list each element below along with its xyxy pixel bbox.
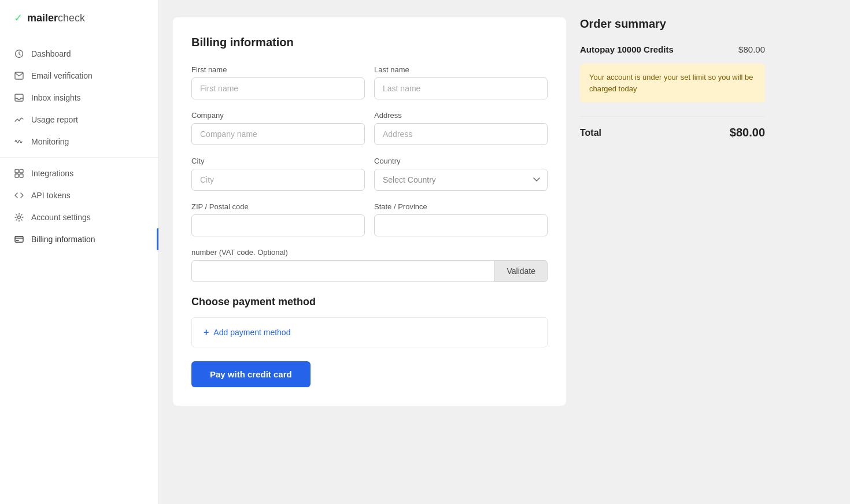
sidebar-item-usage-report-label: Usage report [31, 115, 78, 124]
add-payment-box[interactable]: + Add payment method [191, 317, 548, 347]
sidebar-item-account-settings[interactable]: Account settings [0, 206, 158, 228]
country-select[interactable]: Select Country United States United King… [374, 169, 548, 191]
vat-input-row: Validate [191, 260, 548, 282]
logo-icon: ✓ [14, 12, 23, 24]
envelope-icon [14, 71, 24, 81]
vat-group: number (VAT code. Optional) Validate [191, 248, 548, 282]
nav-list: Dashboard Email verification Inbox insig… [0, 36, 158, 504]
sidebar-item-dashboard-label: Dashboard [31, 49, 71, 58]
notice-box: Your account is under your set limit so … [580, 64, 765, 102]
company-label: Company [191, 111, 365, 120]
zip-label: ZIP / Postal code [191, 202, 365, 211]
sidebar-item-inbox-insights[interactable]: Inbox insights [0, 87, 158, 109]
add-payment-text: Add payment method [213, 328, 290, 337]
inbox-icon [14, 92, 24, 103]
city-label: City [191, 157, 365, 165]
sidebar-item-email-verification-label: Email verification [31, 71, 93, 80]
sidebar-item-dashboard[interactable]: Dashboard [0, 43, 158, 65]
first-name-label: First name [191, 65, 365, 74]
billing-section-title: Billing information [191, 36, 548, 49]
state-label: State / Province [374, 202, 548, 211]
svg-rect-8 [15, 236, 23, 242]
total-line: Total $80.00 [580, 116, 765, 139]
sidebar-item-inbox-insights-label: Inbox insights [31, 93, 81, 102]
autopay-label: Autopay 10000 Credits [580, 45, 674, 54]
code-icon [14, 190, 24, 201]
city-input[interactable] [191, 169, 365, 191]
logo-text: mailercheck [27, 12, 85, 24]
address-label: Address [374, 111, 548, 120]
sidebar-item-api-tokens-label: API tokens [31, 191, 71, 200]
card-icon [14, 234, 24, 244]
country-label: Country [374, 157, 548, 165]
pay-button[interactable]: Pay with credit card [191, 361, 311, 387]
total-label: Total [580, 128, 601, 138]
state-input[interactable] [374, 214, 548, 236]
add-payment-plus-icon: + [204, 327, 209, 338]
order-summary-title: Order summary [580, 17, 765, 31]
sidebar-item-integrations[interactable]: Integrations [0, 162, 158, 184]
city-group: City [191, 157, 365, 191]
last-name-input[interactable] [374, 77, 548, 99]
last-name-group: Last name [374, 65, 548, 99]
company-address-row: Company Address [191, 111, 548, 145]
gear-icon [14, 212, 24, 223]
grid-icon [14, 168, 24, 179]
main-content: Billing information First name Last name… [159, 0, 850, 504]
address-group: Address [374, 111, 548, 145]
state-group: State / Province [374, 202, 548, 236]
zip-input[interactable] [191, 214, 365, 236]
sidebar-item-account-settings-label: Account settings [31, 213, 91, 222]
vat-input[interactable] [191, 260, 495, 282]
zip-group: ZIP / Postal code [191, 202, 365, 236]
billing-card: Billing information First name Last name… [173, 17, 566, 406]
svg-rect-4 [20, 169, 23, 173]
company-input[interactable] [191, 123, 365, 145]
sidebar-item-usage-report[interactable]: Usage report [0, 109, 158, 131]
clock-icon [14, 49, 24, 59]
order-summary: Order summary Autopay 10000 Credits $80.… [580, 17, 765, 487]
vat-label: number (VAT code. Optional) [191, 248, 548, 257]
sidebar-item-email-verification[interactable]: Email verification [0, 65, 158, 87]
sidebar-item-integrations-label: Integrations [31, 169, 73, 178]
logo: ✓ mailercheck [0, 0, 158, 36]
sidebar-item-api-tokens[interactable]: API tokens [0, 184, 158, 206]
autopay-amount: $80.00 [738, 45, 765, 54]
sidebar: ✓ mailercheck Dashboard Email verificati… [0, 0, 159, 504]
chart-icon [14, 114, 24, 125]
city-country-row: City Country Select Country United State… [191, 157, 548, 191]
svg-rect-6 [20, 174, 23, 177]
sidebar-item-billing-information[interactable]: Billing information [0, 228, 158, 250]
first-name-group: First name [191, 65, 365, 99]
last-name-label: Last name [374, 65, 548, 74]
sidebar-item-billing-information-label: Billing information [31, 235, 95, 244]
nav-divider [0, 157, 158, 158]
validate-button[interactable]: Validate [495, 260, 548, 282]
wave-icon [14, 136, 24, 147]
svg-point-7 [18, 216, 21, 219]
sidebar-item-monitoring[interactable]: Monitoring [0, 131, 158, 153]
country-group: Country Select Country United States Uni… [374, 157, 548, 191]
payment-section-title: Choose payment method [191, 296, 548, 308]
svg-rect-3 [15, 169, 19, 173]
first-name-input[interactable] [191, 77, 365, 99]
zip-state-row: ZIP / Postal code State / Province [191, 202, 548, 236]
order-autopay-line: Autopay 10000 Credits $80.00 [580, 45, 765, 54]
svg-rect-2 [15, 94, 23, 101]
address-input[interactable] [374, 123, 548, 145]
sidebar-item-monitoring-label: Monitoring [31, 137, 69, 146]
total-amount: $80.00 [730, 126, 765, 139]
svg-rect-5 [15, 174, 19, 177]
name-row: First name Last name [191, 65, 548, 99]
company-group: Company [191, 111, 365, 145]
